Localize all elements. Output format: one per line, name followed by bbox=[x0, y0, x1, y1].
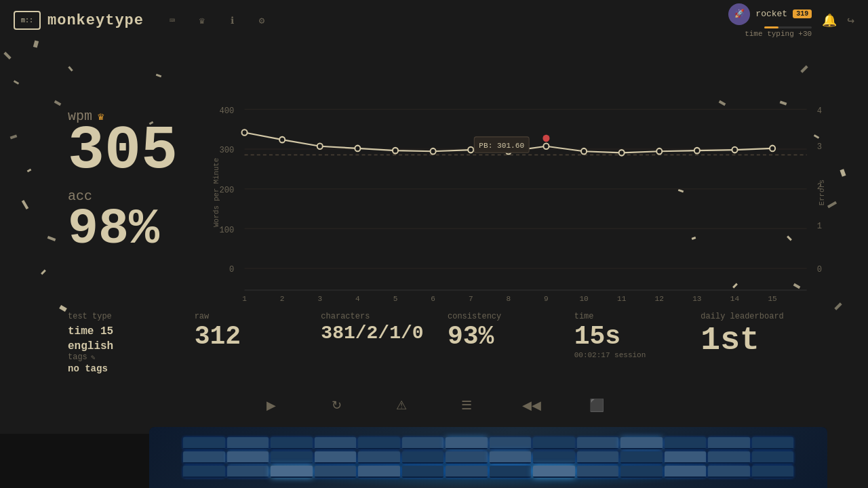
svg-text:7: 7 bbox=[469, 294, 473, 303]
retry-button[interactable]: ↻ bbox=[324, 393, 349, 418]
keyboard-icon[interactable]: ⌨ bbox=[164, 12, 180, 28]
layout-button[interactable]: ☰ bbox=[454, 393, 479, 418]
stat-test-type: test type time 15english bbox=[68, 312, 195, 354]
avatar: 🚀 bbox=[728, 3, 750, 25]
svg-text:13: 13 bbox=[692, 294, 701, 303]
time-sub: 00:02:17 session bbox=[574, 351, 701, 359]
svg-text:12: 12 bbox=[655, 294, 664, 303]
svg-point-45 bbox=[619, 150, 625, 156]
svg-text:PB: 301.60: PB: 301.60 bbox=[479, 141, 524, 150]
svg-point-36 bbox=[279, 137, 285, 143]
svg-point-43 bbox=[543, 143, 549, 149]
svg-point-37 bbox=[317, 143, 323, 149]
notification-icon[interactable]: 🔔 bbox=[822, 13, 837, 28]
logout-icon[interactable]: ↪ bbox=[847, 13, 854, 28]
keyboard-visual bbox=[149, 427, 827, 488]
chart-area: 0 100 200 300 400 0 1 2 3 4 Words per Mi… bbox=[210, 95, 827, 312]
svg-text:100: 100 bbox=[220, 225, 235, 235]
stat-characters: characters 381/2/1/0 bbox=[321, 312, 448, 343]
level-badge: 319 bbox=[793, 9, 812, 18]
stat-consistency: consistency 93% bbox=[448, 312, 574, 350]
keyboard-keys-visual bbox=[183, 437, 793, 478]
svg-text:0: 0 bbox=[229, 265, 234, 274]
acc-value: 98% bbox=[68, 204, 203, 255]
leaderboard-value: 1st bbox=[701, 324, 827, 357]
next-button[interactable]: ▶ bbox=[259, 393, 283, 418]
edit-icon[interactable]: ✎ bbox=[91, 353, 96, 362]
stat-time: time 15s 00:02:17 session bbox=[574, 312, 701, 359]
username: rocket bbox=[755, 9, 787, 19]
tags-label-text: tags bbox=[68, 352, 87, 362]
svg-point-48 bbox=[732, 147, 737, 153]
characters-label: characters bbox=[321, 312, 448, 321]
tags-area: tags ✎ no tags bbox=[68, 352, 108, 374]
svg-point-50 bbox=[542, 135, 549, 142]
header-right: 🚀 rocket 319 time typing +30 🔔 ↪ bbox=[728, 3, 854, 38]
crown-nav-icon[interactable]: ♛ bbox=[194, 12, 210, 28]
svg-text:300: 300 bbox=[220, 146, 235, 155]
svg-point-39 bbox=[393, 148, 398, 154]
svg-point-38 bbox=[355, 146, 360, 152]
consistency-label: consistency bbox=[448, 312, 574, 321]
svg-rect-0 bbox=[210, 95, 827, 312]
left-panel bbox=[0, 434, 149, 488]
user-top: 🚀 rocket 319 bbox=[728, 3, 812, 25]
wpm-value: 305 bbox=[68, 121, 203, 182]
svg-point-41 bbox=[468, 147, 473, 153]
report-button[interactable]: ⚠ bbox=[389, 393, 414, 418]
svg-point-46 bbox=[656, 148, 662, 155]
leaderboard-label: daily leaderboard bbox=[701, 312, 827, 321]
svg-text:4: 4 bbox=[817, 106, 822, 115]
svg-point-40 bbox=[431, 148, 436, 155]
raw-value: 312 bbox=[195, 324, 321, 350]
characters-value: 381/2/1/0 bbox=[321, 324, 448, 343]
action-buttons: ▶ ↻ ⚠ ☰ ◀◀ ⬛ bbox=[0, 393, 868, 418]
stat-raw: raw 312 bbox=[195, 312, 321, 350]
bottom-stats: test type time 15english raw 312 charact… bbox=[68, 312, 827, 359]
svg-text:Words per Minute: Words per Minute bbox=[212, 158, 220, 227]
svg-text:1: 1 bbox=[817, 222, 822, 231]
logo-area: m:: monkeytype bbox=[14, 11, 144, 30]
svg-text:2: 2 bbox=[280, 294, 285, 303]
svg-text:14: 14 bbox=[730, 294, 739, 303]
svg-text:Errors: Errors bbox=[818, 180, 826, 205]
main-content: wpm ♛ 305 acc 98% 0 100 200 300 400 0 bbox=[0, 41, 868, 488]
svg-point-44 bbox=[581, 148, 587, 155]
tags-value: no tags bbox=[68, 363, 108, 374]
test-type-label: test type bbox=[68, 312, 195, 321]
svg-point-49 bbox=[770, 146, 775, 152]
svg-text:3: 3 bbox=[317, 294, 322, 303]
svg-text:3: 3 bbox=[817, 142, 822, 152]
consistency-value: 93% bbox=[448, 324, 574, 350]
svg-text:15: 15 bbox=[768, 294, 776, 303]
svg-text:1: 1 bbox=[242, 294, 247, 303]
info-icon[interactable]: ℹ bbox=[224, 12, 240, 28]
svg-text:8: 8 bbox=[506, 294, 511, 303]
xp-bar-fill bbox=[764, 26, 778, 28]
svg-text:400: 400 bbox=[220, 106, 235, 115]
svg-text:4: 4 bbox=[355, 294, 360, 303]
header-nav: ⌨ ♛ ℹ ⚙ bbox=[164, 12, 270, 28]
header: m:: monkeytype ⌨ ♛ ℹ ⚙ 🚀 rocket 319 time… bbox=[0, 0, 868, 41]
chart-svg: 0 100 200 300 400 0 1 2 3 4 Words per Mi… bbox=[210, 95, 827, 312]
time-typing-label: time typing +30 bbox=[745, 30, 812, 38]
svg-point-35 bbox=[242, 129, 248, 136]
logo-icon: m:: bbox=[14, 11, 41, 30]
svg-text:11: 11 bbox=[617, 294, 626, 303]
svg-text:0: 0 bbox=[817, 265, 822, 274]
svg-text:6: 6 bbox=[431, 294, 435, 303]
raw-label: raw bbox=[195, 312, 321, 321]
xp-bar-container bbox=[764, 26, 812, 28]
screenshot-button[interactable]: ⬛ bbox=[585, 393, 609, 418]
stats-left: wpm ♛ 305 acc 98% bbox=[68, 108, 203, 255]
replay-button[interactable]: ◀◀ bbox=[519, 393, 544, 418]
svg-text:9: 9 bbox=[544, 294, 549, 303]
settings-icon[interactable]: ⚙ bbox=[254, 12, 270, 28]
test-type-value: time 15english bbox=[68, 324, 195, 354]
svg-text:10: 10 bbox=[579, 294, 588, 303]
keyboard-area bbox=[149, 427, 827, 488]
time-label: time bbox=[574, 312, 701, 321]
svg-text:5: 5 bbox=[393, 294, 398, 303]
svg-text:200: 200 bbox=[220, 186, 235, 195]
time-value: 15s bbox=[574, 324, 701, 350]
